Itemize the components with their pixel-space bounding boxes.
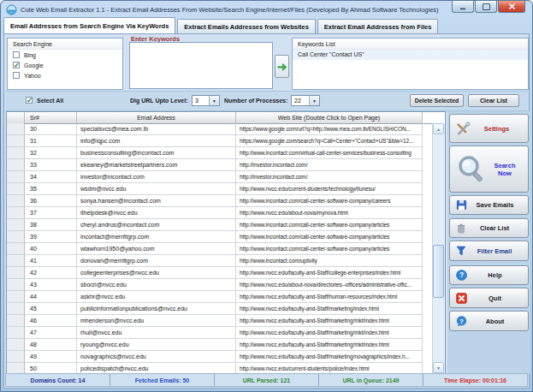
- settings-button[interactable]: Settings: [449, 114, 529, 143]
- serial-cell[interactable]: 45: [25, 303, 77, 315]
- table-row[interactable]: 40wlawhorn1950@yahoo.comhttp://www.incon…: [7, 243, 433, 255]
- serial-cell[interactable]: 35: [25, 183, 77, 195]
- serial-cell[interactable]: 40: [25, 243, 77, 255]
- table-row[interactable]: 31info@iqpc.comhttps://www.google.com/se…: [7, 135, 433, 147]
- table-row[interactable]: 45publicinformationpublications@nvcc.edu…: [7, 303, 433, 315]
- delete-selected-button[interactable]: Delete Selected: [410, 94, 464, 107]
- email-cell[interactable]: specialsvcs@mea.com.lb: [77, 123, 236, 135]
- column-email-address[interactable]: Email Address: [77, 112, 236, 123]
- row-header-cell[interactable]: [7, 339, 25, 351]
- table-row[interactable]: 30specialsvcs@mea.com.lbhttps://www.goog…: [7, 123, 433, 135]
- email-cell[interactable]: publicinformationpublications@nvcc.edu: [77, 303, 236, 315]
- help-button[interactable]: ? Help: [449, 265, 529, 285]
- website-cell[interactable]: http://www.incontact.com/call-center-sof…: [236, 243, 423, 255]
- quit-button[interactable]: Quit: [449, 288, 529, 308]
- email-cell[interactable]: cheryl.andrus@incontact.com: [77, 219, 236, 231]
- serial-cell[interactable]: 32: [25, 147, 77, 159]
- minimize-button[interactable]: [452, 1, 474, 13]
- email-cell[interactable]: investor@incontact.com: [77, 171, 236, 183]
- table-row[interactable]: 38cheryl.andrus@incontact.comhttp://www.…: [7, 219, 433, 231]
- email-cell[interactable]: ryoung@nvcc.edu: [77, 339, 236, 351]
- keywords-textarea[interactable]: [129, 42, 273, 89]
- table-row[interactable]: 50policedispatch@nvcc.eduhttp://www.nvcc…: [7, 363, 433, 373]
- table-row[interactable]: 43sborzi@nvcc.eduhttp://www.nvcc.edu/abo…: [7, 279, 433, 291]
- table-vertical-scrollbar[interactable]: ▲ ▼: [432, 123, 445, 373]
- table-row[interactable]: 39incontact@merrittgrp.comhttp://www.inc…: [7, 231, 433, 243]
- website-cell[interactable]: http://www.nvcc.edu/faculty-and-Staff/ma…: [236, 315, 423, 327]
- email-cell[interactable]: collegeenterprises@nvcc.edu: [77, 267, 236, 279]
- table-row[interactable]: 42collegeenterprises@nvcc.eduhttp://www.…: [7, 267, 433, 279]
- about-button[interactable]: ? About: [449, 311, 529, 331]
- website-cell[interactable]: http://investor.incontact.com/: [236, 159, 423, 171]
- email-cell[interactable]: policedispatch@nvcc.edu: [77, 363, 236, 373]
- row-header-cell[interactable]: [7, 279, 25, 291]
- table-row[interactable]: 33ekeaney@marketstreetpartners.comhttp:/…: [7, 159, 433, 171]
- email-cell[interactable]: info@iqpc.com: [77, 135, 236, 147]
- row-header-cell[interactable]: [7, 195, 25, 207]
- column-web-site[interactable]: Web Site (Double Click to Open Page): [236, 112, 423, 123]
- clear-list-button[interactable]: Clear List: [449, 218, 529, 238]
- email-cell[interactable]: businessconsulting@incontact.com: [77, 147, 236, 159]
- row-header-cell[interactable]: [7, 171, 25, 183]
- website-cell[interactable]: http://www.nvcc.edu/faculty-and-Staff/co…: [236, 267, 423, 279]
- row-header-cell[interactable]: [7, 243, 25, 255]
- scrollbar-thumb[interactable]: [433, 245, 444, 298]
- table-row[interactable]: 34investor@incontact.comhttp://investor.…: [7, 171, 433, 183]
- serial-cell[interactable]: 44: [25, 291, 77, 303]
- table-row[interactable]: 37ithelpdesk@nvcc.eduhttp://www.nvcc.edu…: [7, 207, 433, 219]
- email-cell[interactable]: sborzi@nvcc.edu: [77, 279, 236, 291]
- row-header-cell[interactable]: [7, 207, 25, 219]
- website-cell[interactable]: http://www.incontact.com/call-center-sof…: [236, 195, 423, 207]
- serial-cell[interactable]: 39: [25, 231, 77, 243]
- search-engine-option-bing[interactable]: Bing: [8, 50, 122, 60]
- table-row[interactable]: 41donovan@merrittgrp.comhttp://www.incon…: [7, 255, 433, 267]
- email-cell[interactable]: rhull@nvcc.edu: [77, 327, 236, 339]
- title-bar[interactable]: Cute Web Email Extractor 1.1 - Extract E…: [1, 1, 532, 18]
- website-cell[interactable]: http://www.nvcc.edu/faculty-and-Staff/ma…: [236, 339, 423, 351]
- serial-cell[interactable]: 47: [25, 327, 77, 339]
- row-header-cell[interactable]: [7, 123, 25, 135]
- select-all-option[interactable]: Select All: [21, 95, 68, 105]
- row-header-cell[interactable]: [7, 315, 25, 327]
- serial-cell[interactable]: 48: [25, 339, 77, 351]
- row-header-cell[interactable]: [7, 351, 25, 363]
- tab-extract-from-files[interactable]: Extract Email Addresses from Files: [317, 19, 439, 33]
- email-cell[interactable]: donovan@merrittgrp.com: [77, 255, 236, 267]
- add-keyword-button[interactable]: [275, 55, 289, 78]
- website-cell[interactable]: http://www.nvcc.edu/faculty-and-Staff/hu…: [236, 291, 423, 303]
- serial-cell[interactable]: 41: [25, 255, 77, 267]
- dig-url-level-select[interactable]: 3 ▼: [192, 95, 220, 106]
- table-row[interactable]: 49novagraphics@nvcc.eduhttp://www.nvcc.e…: [7, 351, 433, 363]
- search-now-button[interactable]: Search Now: [449, 146, 529, 193]
- number-of-processes-select[interactable]: 22 ▼: [291, 95, 320, 106]
- website-cell[interactable]: http://www.nvcc.edu/faculty-and-Staff/ma…: [236, 351, 423, 363]
- website-cell[interactable]: http://www.nvcc.edu/about-nova/directori…: [236, 279, 423, 291]
- email-cell[interactable]: incontact@merrittgrp.com: [77, 231, 236, 243]
- yahoo-checkbox[interactable]: [13, 72, 20, 79]
- row-header-cell[interactable]: [7, 135, 25, 147]
- email-cell[interactable]: novagraphics@nvcc.edu: [77, 351, 236, 363]
- tab-search-engine-keywords[interactable]: Email Addresses from Search Engine Via K…: [3, 17, 175, 33]
- table-row[interactable]: 35wsdm@nvcc.eduhttp://www.nvcc.edu/curre…: [7, 183, 433, 195]
- website-cell[interactable]: http://www.nvcc.edu/current-students/pol…: [236, 363, 423, 373]
- select-all-checkbox[interactable]: [26, 97, 33, 104]
- serial-cell[interactable]: 42: [25, 267, 77, 279]
- save-emails-button[interactable]: Save Emails: [449, 195, 529, 215]
- row-header-cell[interactable]: [7, 363, 25, 373]
- serial-cell[interactable]: 30: [25, 123, 77, 135]
- google-checkbox[interactable]: [13, 62, 20, 68]
- website-cell[interactable]: http://www.incontact.com/virtual-call-ce…: [236, 147, 423, 159]
- website-cell[interactable]: https://www.google.com/search?q=Call+Cen…: [236, 135, 423, 147]
- serial-cell[interactable]: 37: [25, 207, 77, 219]
- serial-cell[interactable]: 36: [25, 195, 77, 207]
- website-cell[interactable]: http://www.incontact.com/call-center-sof…: [236, 231, 423, 243]
- table-row[interactable]: 48ryoung@nvcc.eduhttp://www.nvcc.edu/fac…: [7, 339, 433, 351]
- website-cell[interactable]: http://www.incontact.com/uptivity: [236, 255, 423, 267]
- website-cell[interactable]: http://www.nvcc.edu/about-nova/mynova.ht…: [236, 207, 423, 219]
- email-cell[interactable]: ekeaney@marketstreetpartners.com: [77, 159, 236, 171]
- serial-cell[interactable]: 38: [25, 219, 77, 231]
- filter-email-button[interactable]: Filter Email: [449, 241, 529, 261]
- website-cell[interactable]: http://www.nvcc.edu/faculty-and-Staff/ma…: [236, 327, 423, 339]
- serial-cell[interactable]: 46: [25, 315, 77, 327]
- email-cell[interactable]: wlawhorn1950@yahoo.com: [77, 243, 236, 255]
